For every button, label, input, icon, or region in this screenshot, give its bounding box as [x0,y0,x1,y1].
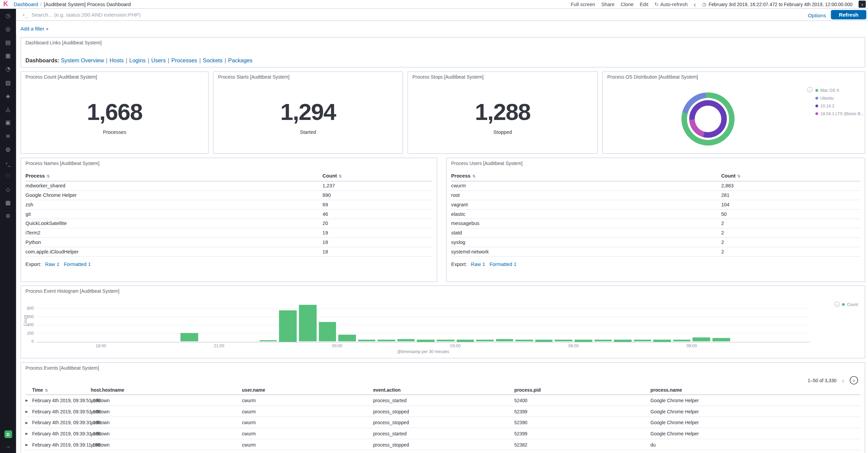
refresh-button[interactable]: Refresh [831,10,866,19]
histogram-bar[interactable] [397,339,415,342]
histogram-bar[interactable] [319,322,336,342]
breadcrumb-dashboard-link[interactable]: Dashboard [14,1,38,7]
histogram-bar[interactable] [181,333,198,342]
histogram-bar[interactable] [417,339,435,342]
histogram-bar[interactable] [693,337,710,342]
histogram-bar[interactable] [515,340,533,342]
clone-button[interactable]: Clone [620,1,633,7]
options-link[interactable]: Options [808,12,826,18]
add-filter-link[interactable]: Add a filter + [20,26,48,32]
maps-icon[interactable]: ◈ [0,89,16,102]
export-formatted-link[interactable]: Formatted ↧ [490,262,517,267]
dashboard-link-logins[interactable]: Logins [129,58,145,64]
dashboard-link-processes[interactable]: Processes [171,58,197,64]
dashboard-link-packages[interactable]: Packages [228,58,253,64]
index-management-icon[interactable]: ▩ [0,196,16,209]
histogram-bar[interactable] [259,340,277,342]
kibana-logo[interactable]: K [3,0,8,8]
histogram-bar[interactable] [555,340,573,342]
expand-row-icon[interactable]: ▶ [25,439,28,450]
download-icon: ↧ [56,262,60,267]
column-header-count[interactable]: Count⇅ [721,171,860,181]
column-header-host-hostname[interactable]: host.hostname [91,386,124,394]
histogram-legend[interactable]: ‹ Count [834,302,858,307]
legend-item[interactable]: Mac OS X [815,88,864,93]
column-header-event-action[interactable]: event.action [373,386,400,394]
histogram-bar[interactable] [338,335,356,342]
histogram-bar[interactable] [378,340,395,342]
histogram-bar[interactable] [456,339,474,342]
full-screen-button[interactable]: Full screen [571,1,595,7]
timelion-icon[interactable]: ◔ [0,62,16,76]
time-back-icon[interactable]: ‹ [694,1,696,7]
histogram-bar[interactable] [614,339,632,342]
space-avatar[interactable]: D [4,430,12,438]
histogram-bar[interactable] [575,339,592,342]
expand-row-icon[interactable]: ▶ [25,406,28,417]
visualize-icon[interactable]: ▤ [0,36,16,49]
export-raw-link[interactable]: Raw ↧ [45,262,60,267]
export-raw-link[interactable]: Raw ↧ [471,262,486,267]
column-header-process-pid[interactable]: process.pid [514,386,541,394]
table-row: iTerm219 [25,228,432,238]
expand-row-icon[interactable]: ▶ [25,428,28,439]
histogram-bar[interactable] [279,310,297,342]
recently-viewed-icon[interactable]: ◷ [0,9,16,22]
time-range-picker[interactable]: ◷ February 3rd 2019, 16:22:07.472 to Feb… [702,1,853,7]
histogram-bar[interactable] [653,339,671,342]
dashboard-icon[interactable]: ▦ [0,49,16,62]
event-cell: process_started [373,428,407,439]
histogram-bar[interactable] [594,340,612,342]
os-legend: Mac OS XUbuntu10.14.218.04.1 LTS (Bionic… [815,88,864,116]
histogram-bar[interactable] [673,340,691,342]
dev-tools-icon[interactable]: ›_ [0,156,16,169]
table-row: mdworker_shared1,237 [25,181,432,191]
column-header-process-name[interactable]: process.name [650,386,682,394]
histogram-bar[interactable] [476,340,494,342]
column-header-time[interactable]: Time⇅ [32,386,48,394]
column-header-count[interactable]: Count⇅ [322,171,432,181]
machine-learning-icon[interactable]: ◬ [0,103,16,116]
histogram-bar[interactable] [299,305,317,342]
expand-row-icon[interactable]: ▶ [25,395,28,406]
infrastructure-icon[interactable]: ▣ [0,116,16,129]
histogram-bar[interactable] [358,340,376,342]
share-button[interactable]: Share [601,1,614,7]
dashboard-link-sockets[interactable]: Sockets [203,58,222,64]
dashboard-link-system-overview[interactable]: System Overview [61,58,104,64]
histogram-bar[interactable] [712,338,730,342]
dashboard-link-users[interactable]: Users [151,58,166,64]
export-formatted-link[interactable]: Formatted ↧ [64,262,91,267]
management-icon[interactable]: ⚙ [0,209,16,223]
column-header-user-name[interactable]: user.name [242,386,265,394]
column-header-process[interactable]: Process⇅ [25,171,322,181]
edit-button[interactable]: Edit [640,1,648,7]
auto-refresh-button[interactable]: ↻ Auto-refresh [654,1,688,7]
dashboard-link-hosts[interactable]: Hosts [110,58,124,64]
column-header-process[interactable]: Process⇅ [451,171,721,181]
search-input[interactable] [32,9,795,20]
legend-toggle-icon[interactable]: ‹ [834,302,840,307]
monitoring-icon[interactable]: ♡ [0,169,16,183]
histogram-bar[interactable] [634,340,651,342]
logs-icon[interactable]: ≡ [0,129,16,143]
legend-item[interactable]: 18.04.1 LTS (Bionic B... [815,111,864,116]
legend-item[interactable]: 10.14.2 [815,103,864,108]
top-bar: K Dashboard / [Auditbeat System] Process… [0,0,868,9]
discover-icon[interactable]: ◎ [0,22,16,36]
time-forward-icon[interactable]: › [859,1,866,8]
histogram-bar[interactable] [496,339,513,342]
histogram-bar[interactable] [437,340,454,342]
legend-toggle-icon[interactable]: ‹ [807,87,812,92]
os-donut-chart[interactable] [682,92,735,146]
graph-icon[interactable]: ◇ [0,183,16,196]
expand-row-icon[interactable]: ▶ [25,417,28,428]
y-tick-label: 400 [21,322,34,327]
legend-item[interactable]: Ubuntu [815,96,864,101]
panel-title: Process Count [Auditbeat System] [25,74,97,80]
apm-icon[interactable]: ◍ [0,143,16,156]
canvas-icon[interactable]: ▧ [0,76,16,89]
legend-dot [815,97,818,100]
histogram-bar[interactable] [535,339,553,342]
expand-nav-icon[interactable]: → [5,443,11,449]
